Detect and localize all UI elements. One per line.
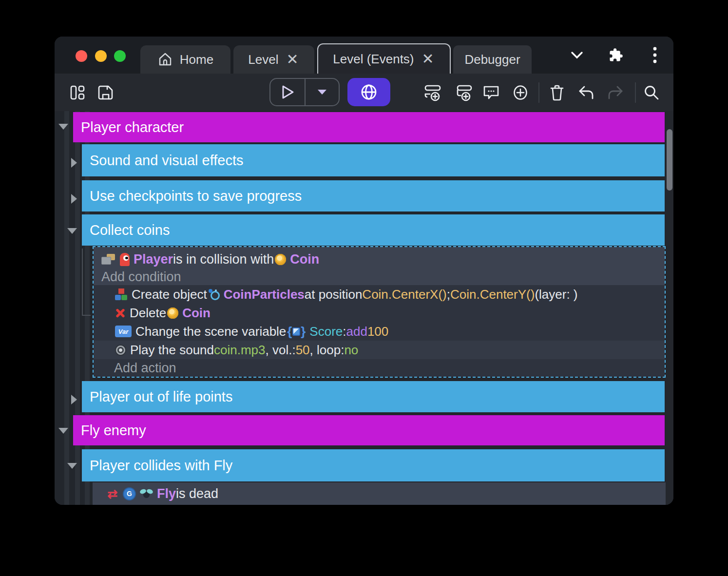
add-event-icon <box>423 83 442 102</box>
particles-icon <box>208 288 220 300</box>
save-icon <box>97 84 114 101</box>
search-icon <box>643 84 660 101</box>
collapse-caret-icon[interactable] <box>67 463 77 469</box>
minimize-window-button[interactable] <box>95 50 107 62</box>
delete-x-icon <box>115 307 126 318</box>
trash-icon <box>549 84 565 101</box>
tree-connector <box>82 249 83 316</box>
redo-icon <box>607 85 624 100</box>
tab-debugger[interactable]: Debugger <box>453 45 532 74</box>
puzzle-icon <box>609 48 623 62</box>
redo-button[interactable] <box>606 83 625 102</box>
sound-icon <box>115 345 126 356</box>
event-collect-coins[interactable]: Collect coins <box>82 214 665 246</box>
add-condition-link[interactable]: Add condition <box>100 269 665 285</box>
extensions-button[interactable] <box>606 45 626 65</box>
expand-caret-icon[interactable] <box>71 395 77 404</box>
preview-button-group <box>269 78 340 106</box>
add-subevent-icon <box>455 83 473 102</box>
fly-icon <box>140 489 153 499</box>
gear-icon <box>124 488 135 499</box>
condition-fly-is-dead[interactable]: Fly is dead <box>93 482 666 505</box>
toolbar-separator <box>635 82 636 103</box>
action-change-variable[interactable]: Change the scene variable Score: add 100 <box>94 322 665 341</box>
undo-button[interactable] <box>577 83 595 102</box>
tab-level-events[interactable]: Level (Events) ✕ <box>317 43 451 74</box>
conditions-section: Player is in collision with Coin Add con… <box>94 247 665 285</box>
plus-circle-icon <box>512 84 529 101</box>
action-create-object[interactable]: Create object CoinParticles at position … <box>94 285 665 304</box>
toggle-panels-button[interactable] <box>68 83 87 102</box>
kebab-menu-icon <box>652 46 657 64</box>
events-toolbar <box>55 74 673 111</box>
scrollbar-track[interactable] <box>666 111 673 505</box>
close-tab-icon[interactable]: ✕ <box>286 52 300 67</box>
indent-rail <box>75 111 80 505</box>
tab-label: Level (Events) <box>333 52 414 67</box>
group-event-fly-enemy[interactable]: Fly enemy <box>73 415 665 445</box>
delete-button[interactable] <box>548 83 566 102</box>
window-menu-button[interactable] <box>645 45 665 65</box>
home-icon <box>157 52 173 67</box>
events-sheet: Player character Sound and visual effect… <box>55 111 673 505</box>
event-player-collides-with-fly[interactable]: Player collides with Fly <box>82 449 665 481</box>
collapse-caret-icon[interactable] <box>58 428 68 434</box>
save-button[interactable] <box>96 83 115 102</box>
tab-label: Home <box>180 52 213 67</box>
event-player-out-of-life-points[interactable]: Player out of life points <box>82 381 665 412</box>
action-delete-coin[interactable]: Delete Coin <box>94 304 665 322</box>
collapse-caret-icon[interactable] <box>58 124 68 130</box>
choose-add-button[interactable] <box>511 83 530 102</box>
undo-icon <box>577 85 595 100</box>
action-play-sound[interactable]: Play the sound coin.mp3, vol.: 50, loop:… <box>94 341 665 359</box>
close-tab-icon[interactable]: ✕ <box>421 52 435 66</box>
tab-label: Level <box>248 52 278 67</box>
group-event-player-character[interactable]: Player character <box>73 112 665 142</box>
actions-section: Create object CoinParticles at position … <box>94 285 665 377</box>
collapse-caret-icon[interactable] <box>67 228 77 234</box>
caret-down-icon <box>317 89 327 96</box>
add-subevent-button[interactable] <box>455 83 473 102</box>
tabs-menu-button[interactable] <box>567 45 587 65</box>
tab-home[interactable]: Home <box>140 45 230 74</box>
play-icon <box>280 84 295 100</box>
maximize-window-button[interactable] <box>114 50 126 62</box>
collision-icon <box>101 254 115 265</box>
expand-caret-icon[interactable] <box>71 158 77 168</box>
expand-caret-icon[interactable] <box>71 194 77 204</box>
condition-player-collides-coin[interactable]: Player is in collision with Coin <box>100 247 665 269</box>
network-preview-button[interactable] <box>347 78 390 106</box>
indent-rail <box>64 111 69 505</box>
close-window-button[interactable] <box>76 50 87 62</box>
player-icon <box>120 253 130 266</box>
cubes-icon <box>115 288 128 300</box>
chevron-down-icon <box>570 50 584 60</box>
title-bar: Home Level ✕ Level (Events) ✕ Debugger <box>55 37 673 74</box>
comment-icon <box>482 84 500 101</box>
tab-label: Debugger <box>464 52 520 67</box>
coin-icon <box>275 254 286 265</box>
add-comment-button[interactable] <box>482 83 500 102</box>
swap-icon <box>106 487 119 500</box>
add-action-link[interactable]: Add action <box>94 359 665 377</box>
add-event-button[interactable] <box>423 83 442 102</box>
scrollbar-thumb[interactable] <box>667 129 672 191</box>
event-use-checkpoints[interactable]: Use checkpoints to save progress <box>82 180 665 211</box>
toolbar-separator <box>538 82 539 103</box>
preview-play-button[interactable] <box>270 79 305 105</box>
globe-icon <box>360 83 378 101</box>
preview-options-button[interactable] <box>305 79 339 105</box>
tab-level[interactable]: Level ✕ <box>233 45 314 74</box>
coin-icon <box>167 307 178 319</box>
variable-icon <box>115 326 132 337</box>
layout-icon <box>69 84 86 101</box>
app-window: Home Level ✕ Level (Events) ✕ Debugger <box>55 37 673 505</box>
event-sound-and-visual-effects[interactable]: Sound and visual effects <box>82 144 665 176</box>
search-button[interactable] <box>642 83 661 102</box>
tree-connector <box>82 315 91 316</box>
variable-image-icon <box>287 325 306 338</box>
selected-event-block[interactable]: Player is in collision with Coin Add con… <box>93 246 666 378</box>
